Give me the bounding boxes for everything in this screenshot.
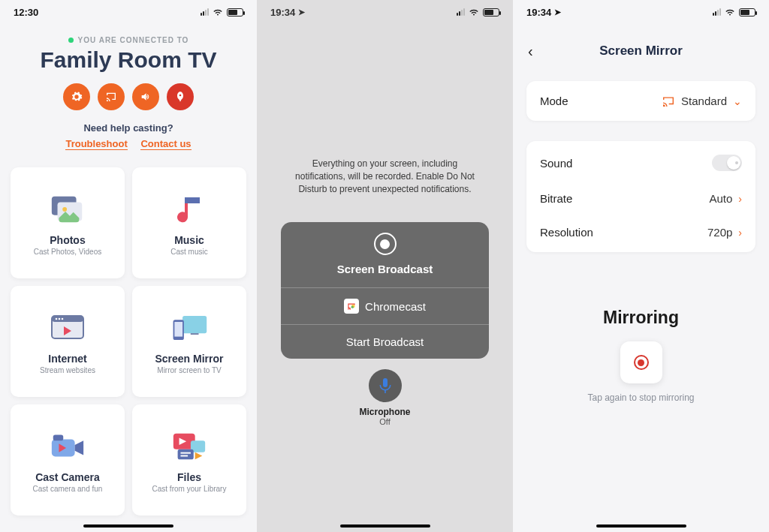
tile-title: Cast Camera: [35, 471, 100, 483]
tile-subtitle: Stream websites: [40, 366, 95, 374]
signal-icon: [457, 8, 465, 16]
tile-title: Screen Mirror: [155, 353, 223, 365]
sound-row: Sound: [540, 144, 742, 182]
tile-screen-mirror[interactable]: Screen Mirror Mirror screen to TV: [132, 286, 246, 397]
contact-link[interactable]: Contact us: [140, 138, 191, 150]
battery-icon: [739, 8, 755, 17]
wifi-icon: [725, 8, 735, 17]
rocket-icon: [174, 91, 186, 103]
microphone-icon: [378, 377, 392, 394]
svg-rect-17: [178, 449, 194, 458]
music-icon: [170, 191, 208, 228]
microphone-button[interactable]: [369, 369, 402, 402]
broadcast-app-row[interactable]: Chromecast: [281, 287, 489, 324]
help-question: Need help casting?: [0, 122, 257, 134]
device-title: Family Room TV: [0, 47, 257, 73]
help-links: Troubleshoot Contact us: [0, 138, 257, 149]
svg-rect-10: [191, 333, 199, 335]
location-icon: ➤: [554, 8, 561, 17]
mode-label: Mode: [540, 95, 568, 107]
chevron-down-icon: ⌄: [733, 95, 742, 107]
svg-rect-3: [185, 197, 200, 203]
bitrate-value: Auto: [709, 192, 732, 205]
location-icon: ➤: [298, 8, 305, 17]
cast-button[interactable]: [98, 83, 125, 110]
mirroring-hint: Tap again to stop mirroring: [513, 392, 769, 403]
cast-icon: [662, 96, 675, 107]
settings-button[interactable]: [63, 83, 90, 110]
status-bar: 19:34➤: [257, 0, 513, 24]
microphone-control: Microphone Off: [257, 369, 513, 426]
status-indicators: [713, 8, 755, 17]
bitrate-row[interactable]: Bitrate Auto›: [540, 182, 742, 215]
tile-files[interactable]: Files Cast from your Library: [132, 404, 246, 515]
resolution-label: Resolution: [540, 226, 593, 239]
svg-point-8: [62, 317, 64, 320]
svg-point-21: [351, 305, 354, 308]
mode-row[interactable]: Mode Standard ⌄: [540, 95, 742, 107]
svg-point-6: [56, 317, 58, 320]
battery-icon: [227, 8, 243, 17]
camera-icon: [49, 428, 86, 465]
internet-icon: [49, 309, 86, 347]
tile-internet[interactable]: Internet Stream websites: [11, 286, 125, 397]
status-time: 19:34: [526, 7, 551, 18]
mode-value: Standard: [681, 95, 727, 107]
resolution-value: 720p: [707, 226, 732, 239]
microphone-label: Microphone: [257, 407, 513, 417]
bitrate-label: Bitrate: [540, 192, 572, 205]
panel-title: Screen Broadcast: [281, 263, 489, 275]
tile-subtitle: Cast camera and fun: [33, 485, 103, 493]
svg-rect-9: [182, 315, 207, 332]
record-icon: [634, 355, 649, 370]
status-time: 19:34: [270, 7, 295, 18]
battery-icon: [483, 8, 499, 17]
sound-toggle[interactable]: [712, 155, 742, 171]
files-icon: [170, 428, 208, 465]
tile-title: Music: [174, 234, 204, 246]
back-button[interactable]: ‹: [528, 43, 533, 60]
svg-point-2: [62, 207, 67, 212]
connection-status: YOU ARE CONNECTED TO: [0, 36, 257, 44]
svg-point-7: [59, 317, 61, 320]
sound-label: Sound: [540, 157, 572, 170]
status-bar: 19:34➤: [513, 0, 769, 24]
nav-title: Screen Mirror: [599, 44, 683, 59]
start-broadcast-label: Start Broadcast: [346, 335, 424, 348]
tile-subtitle: Cast music: [170, 248, 207, 256]
header: YOU ARE CONNECTED TO Family Room TV Need…: [0, 36, 257, 149]
status-indicators: [457, 8, 499, 17]
svg-rect-14: [53, 434, 63, 440]
svg-rect-19: [180, 455, 188, 456]
start-broadcast-button[interactable]: Start Broadcast: [281, 324, 489, 359]
home-indicator[interactable]: [596, 524, 686, 527]
chromecast-app-icon: [344, 299, 359, 314]
record-icon: [374, 233, 397, 255]
resolution-row[interactable]: Resolution 720p›: [540, 215, 742, 249]
chevron-right-icon: ›: [738, 193, 742, 205]
home-indicator[interactable]: [83, 524, 173, 527]
status-dot-icon: [68, 38, 74, 43]
svg-rect-18: [180, 452, 190, 453]
troubleshoot-link[interactable]: Troubleshoot: [65, 138, 127, 150]
connected-label: YOU ARE CONNECTED TO: [78, 36, 189, 44]
status-indicators: [201, 8, 243, 17]
mode-card: Mode Standard ⌄: [526, 81, 755, 121]
signal-icon: [201, 8, 209, 16]
home-indicator[interactable]: [340, 524, 430, 527]
wifi-icon: [213, 8, 223, 17]
volume-button[interactable]: [132, 83, 159, 110]
feature-grid: Photos Cast Photos, Videos Music Cast mu…: [0, 157, 257, 526]
mirroring-button[interactable]: [620, 341, 662, 383]
boost-button[interactable]: [167, 83, 194, 110]
tile-music[interactable]: Music Cast music: [132, 167, 246, 278]
broadcast-warning: Everything on your screen, including not…: [287, 158, 483, 195]
panel-header: Screen Broadcast: [281, 222, 489, 287]
tile-photos[interactable]: Photos Cast Photos, Videos: [11, 167, 125, 278]
tile-cast-camera[interactable]: Cast Camera Cast camera and fun: [11, 404, 125, 515]
tile-title: Files: [177, 471, 201, 483]
speaker-icon: [140, 91, 152, 103]
svg-rect-12: [174, 321, 182, 336]
status-time: 12:30: [14, 7, 38, 18]
cast-icon: [105, 91, 117, 103]
